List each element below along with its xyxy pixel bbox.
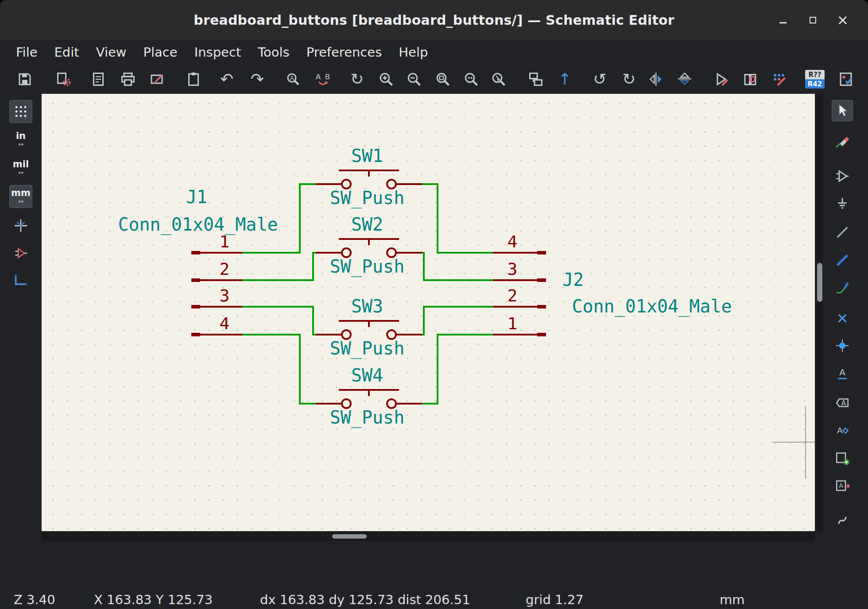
no-connect-tool[interactable]: [832, 308, 853, 329]
rotate-cw-button[interactable]: ↻: [619, 69, 639, 89]
horizontal-scrollbar[interactable]: [42, 532, 815, 541]
vertical-scrollbar[interactable]: [817, 94, 823, 531]
sheet-pin-tool[interactable]: A: [832, 475, 853, 497]
units-inches-toggle[interactable]: in ↔: [9, 128, 32, 151]
j1-reference: J1: [186, 187, 207, 207]
menu-inspect[interactable]: Inspect: [186, 40, 250, 65]
hierarchical-label-tool[interactable]: A: [832, 420, 853, 441]
symbol-editor-button[interactable]: [711, 69, 732, 89]
find-button[interactable]: A: [283, 69, 303, 89]
settings-button[interactable]: [54, 69, 74, 89]
rotate-cw-icon: ↻: [622, 71, 636, 87]
sw3-value: SW_Push: [330, 338, 405, 359]
wire-sw1-j2pin4: [422, 184, 493, 253]
bus-entry-tool[interactable]: [832, 277, 853, 298]
maximize-button[interactable]: [804, 11, 822, 29]
h-arrow-icon: ↔: [18, 198, 24, 205]
schematic-drawing: SW1 SW_Push SW2 SW_Push SW3 SW_Push: [42, 94, 815, 531]
junction-icon: [835, 338, 850, 353]
print-button[interactable]: [118, 69, 138, 89]
symbol-j1[interactable]: J1 Conn_01x04_Male 1 2 3 4: [118, 187, 278, 336]
cursor-arrow-icon: [835, 103, 850, 118]
minimize-button[interactable]: [774, 11, 792, 29]
zoom-fit-icon: [435, 71, 451, 87]
find-replace-icon: AB: [315, 71, 331, 87]
mirror-vertical-button[interactable]: [674, 69, 695, 89]
menu-edit[interactable]: Edit: [46, 40, 88, 65]
draw-wire-tool[interactable]: [832, 222, 853, 243]
main-toolbar: ↶ ↷ A AB ↻ ↑ ↺ ↻: [0, 65, 868, 94]
j1-pin1-number: 1: [220, 232, 230, 251]
hierarchical-sheet-tool[interactable]: [832, 447, 853, 469]
select-tool[interactable]: [832, 100, 853, 121]
footprint-assign-button[interactable]: [769, 69, 789, 89]
j2-reference: J2: [562, 270, 584, 290]
crosshair-cursor-toggle[interactable]: [9, 214, 32, 237]
draw-bus-tool[interactable]: [832, 250, 853, 271]
leave-sheet-button[interactable]: ↑: [554, 69, 575, 89]
menu-file[interactable]: File: [8, 40, 46, 65]
sw4-value: SW_Push: [330, 407, 405, 428]
graphic-shapes-tool[interactable]: [832, 509, 853, 531]
hierarchy-navigator-button[interactable]: [526, 69, 546, 89]
vertical-scroll-thumb[interactable]: [817, 263, 822, 302]
grid-visibility-toggle[interactable]: [9, 100, 32, 123]
units-mils-toggle[interactable]: mil ↔: [9, 156, 32, 179]
hierarchy-icon: [528, 71, 544, 87]
junction-tool[interactable]: [832, 335, 853, 356]
plot-button[interactable]: [147, 69, 167, 89]
title-bar[interactable]: breadboard_buttons [breadboard_buttons/]…: [0, 0, 868, 40]
redo-button[interactable]: ↷: [247, 69, 267, 89]
menu-help[interactable]: Help: [390, 40, 436, 65]
symbol-editor-icon: [713, 71, 729, 87]
undo-button[interactable]: ↶: [217, 69, 237, 89]
menu-tools[interactable]: Tools: [249, 40, 298, 65]
ground-icon: [835, 196, 850, 211]
zoom-objects-button[interactable]: [461, 69, 481, 89]
annotate-button[interactable]: R?? R42: [805, 69, 825, 89]
mirror-horizontal-button[interactable]: [646, 69, 666, 89]
hv-wire-mode-toggle[interactable]: [9, 270, 32, 293]
paste-button[interactable]: [183, 69, 204, 89]
refresh-view-button[interactable]: ↻: [347, 69, 367, 89]
net-label-tool[interactable]: A: [832, 363, 853, 384]
schematic-canvas[interactable]: SW1 SW_Push SW2 SW_Push SW3 SW_Push: [42, 94, 815, 531]
rotate-ccw-button[interactable]: ↺: [589, 69, 610, 89]
symbol-sw4[interactable]: SW4 SW_Push: [316, 365, 422, 428]
save-button[interactable]: [15, 69, 35, 89]
symbol-sw2[interactable]: SW2 SW_Push: [316, 214, 422, 277]
menu-preferences[interactable]: Preferences: [298, 40, 391, 65]
zoom-fit-button[interactable]: [433, 69, 453, 89]
global-label-tool[interactable]: A: [832, 392, 853, 413]
hidden-pins-toggle[interactable]: [9, 242, 32, 265]
printer-icon: [120, 71, 136, 87]
horizontal-scroll-thumb[interactable]: [332, 534, 367, 539]
zoom-out-button[interactable]: [404, 69, 424, 89]
wire-j1pin3-sw3: [242, 307, 316, 335]
symbol-sw3[interactable]: SW3 SW_Push: [316, 296, 422, 359]
zoom-in-button[interactable]: [376, 69, 396, 89]
symbol-sw1[interactable]: SW1 SW_Push: [316, 146, 422, 208]
units-mm-toggle[interactable]: mm ↔: [9, 185, 32, 208]
zoom-selection-button[interactable]: [488, 69, 509, 89]
find-replace-button[interactable]: AB: [313, 69, 333, 89]
symbol-library-browser-button[interactable]: [740, 69, 760, 89]
place-symbol-tool[interactable]: [832, 166, 853, 187]
page-setup-button[interactable]: [88, 69, 108, 89]
schematic-editor-window: breadboard_buttons [breadboard_buttons/]…: [0, 0, 868, 609]
bus-icon: [835, 253, 850, 268]
symbol-j2[interactable]: J2 Conn_01x04_Male 4 3 2 1: [493, 232, 732, 336]
close-button[interactable]: ×: [834, 11, 852, 29]
gear-icon: [56, 71, 72, 87]
crosshair-cursor: [772, 406, 815, 479]
menu-view[interactable]: View: [88, 40, 135, 65]
erc-button[interactable]: [836, 69, 856, 89]
highlight-net-tool[interactable]: [832, 131, 853, 152]
clipboard-icon: [186, 71, 202, 87]
hidden-pins-icon: [13, 246, 28, 261]
mirror-horizontal-icon: [648, 71, 664, 87]
mils-label: mil: [13, 160, 29, 169]
status-zoom: Z 3.40: [14, 590, 55, 609]
place-power-tool[interactable]: [832, 193, 853, 214]
menu-place[interactable]: Place: [135, 40, 186, 65]
